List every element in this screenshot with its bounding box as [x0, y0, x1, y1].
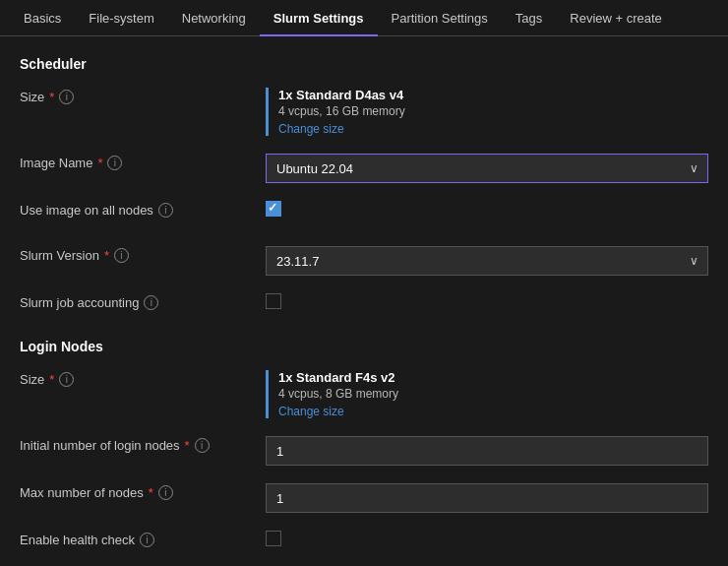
image-name-row: Image Name * i Ubuntu 22.04 Ubuntu 20.04…: [20, 154, 708, 183]
health-check-info-icon[interactable]: i: [140, 533, 154, 547]
max-nodes-required: *: [149, 485, 153, 500]
initial-nodes-input[interactable]: [266, 436, 708, 466]
login-size-required: *: [49, 372, 54, 387]
image-name-value: Ubuntu 22.04 Ubuntu 20.04 CentOS 7: [266, 154, 708, 183]
scheduler-vm-detail: 4 vcpus, 16 GB memory: [278, 104, 708, 118]
tab-networking[interactable]: Networking: [168, 0, 260, 36]
tab-review[interactable]: Review + create: [556, 0, 676, 36]
login-size-label: Size * i: [20, 370, 266, 387]
scheduler-vm-size-box: 1x Standard D4as v4 4 vcpus, 16 GB memor…: [266, 88, 708, 136]
scheduler-size-value: 1x Standard D4as v4 4 vcpus, 16 GB memor…: [266, 88, 708, 136]
image-name-select-wrapper: Ubuntu 22.04 Ubuntu 20.04 CentOS 7: [266, 154, 708, 183]
use-image-all-info-icon[interactable]: i: [158, 203, 173, 218]
health-check-checkbox[interactable]: [266, 531, 281, 546]
image-name-select[interactable]: Ubuntu 22.04 Ubuntu 20.04 CentOS 7: [266, 154, 708, 183]
login-nodes-section-header: Login Nodes: [20, 339, 708, 354]
scheduler-change-size-link[interactable]: Change size: [278, 122, 708, 136]
slurm-accounting-value: [266, 293, 708, 309]
slurm-version-value: 23.11.7 23.11.6 23.11.5: [266, 246, 708, 276]
scheduler-section-header: Scheduler: [20, 56, 708, 72]
slurm-version-label: Slurm Version * i: [20, 246, 266, 263]
login-vm-detail: 4 vcpus, 8 GB memory: [278, 387, 708, 401]
max-nodes-info-icon[interactable]: i: [158, 485, 173, 500]
slurm-accounting-row: Slurm job accounting i: [20, 293, 708, 321]
slurm-version-select[interactable]: 23.11.7 23.11.6 23.11.5: [266, 246, 708, 276]
tab-slurm[interactable]: Slurm Settings: [260, 0, 378, 36]
login-size-value: 1x Standard F4s v2 4 vcpus, 8 GB memory …: [266, 370, 708, 418]
tab-tags[interactable]: Tags: [502, 0, 556, 36]
use-image-all-label: Use image on all nodes i: [20, 201, 266, 218]
initial-nodes-label: Initial number of login nodes * i: [20, 436, 266, 453]
use-image-all-checkbox[interactable]: [266, 201, 281, 217]
image-name-label: Image Name * i: [20, 154, 266, 170]
image-name-info-icon[interactable]: i: [107, 156, 122, 170]
tab-filesystem[interactable]: File-system: [75, 0, 167, 36]
initial-nodes-value: [266, 436, 708, 466]
scheduler-size-info-icon[interactable]: i: [59, 90, 74, 104]
initial-nodes-info-icon[interactable]: i: [195, 438, 210, 453]
slurm-version-select-wrapper: 23.11.7 23.11.6 23.11.5: [266, 246, 708, 276]
login-size-row: Size * i 1x Standard F4s v2 4 vcpus, 8 G…: [20, 370, 708, 418]
login-size-info-icon[interactable]: i: [59, 372, 74, 387]
max-nodes-label: Max number of nodes * i: [20, 483, 266, 500]
initial-nodes-required: *: [185, 438, 190, 453]
main-content: Scheduler Size * i 1x Standard D4as v4 4…: [0, 36, 728, 566]
slurm-version-row: Slurm Version * i 23.11.7 23.11.6 23.11.…: [20, 246, 708, 276]
image-name-required: *: [97, 156, 102, 170]
login-vm-size-box: 1x Standard F4s v2 4 vcpus, 8 GB memory …: [266, 370, 708, 418]
use-image-all-value: [266, 201, 708, 217]
login-change-size-link[interactable]: Change size: [278, 405, 708, 418]
scheduler-vm-name: 1x Standard D4as v4: [278, 88, 708, 102]
health-check-label: Enable health check i: [20, 531, 266, 547]
slurm-version-info-icon[interactable]: i: [114, 248, 129, 263]
scheduler-size-row: Size * i 1x Standard D4as v4 4 vcpus, 16…: [20, 88, 708, 136]
nav-tabs: Basics File-system Networking Slurm Sett…: [0, 0, 728, 36]
slurm-accounting-checkbox[interactable]: [266, 293, 281, 309]
max-nodes-row: Max number of nodes * i: [20, 483, 708, 513]
scheduler-size-label: Size * i: [20, 88, 266, 104]
scheduler-size-required: *: [49, 90, 54, 104]
slurm-accounting-label: Slurm job accounting i: [20, 293, 266, 310]
health-check-row: Enable health check i: [20, 531, 708, 558]
max-nodes-input[interactable]: [266, 483, 708, 513]
slurm-version-required: *: [104, 248, 109, 263]
health-check-value: [266, 531, 708, 546]
tab-partition[interactable]: Partition Settings: [378, 0, 502, 36]
slurm-accounting-info-icon[interactable]: i: [144, 295, 158, 310]
initial-nodes-row: Initial number of login nodes * i: [20, 436, 708, 466]
max-nodes-value: [266, 483, 708, 513]
login-vm-name: 1x Standard F4s v2: [278, 370, 708, 385]
tab-basics[interactable]: Basics: [10, 0, 75, 36]
use-image-all-row: Use image on all nodes i: [20, 201, 708, 228]
